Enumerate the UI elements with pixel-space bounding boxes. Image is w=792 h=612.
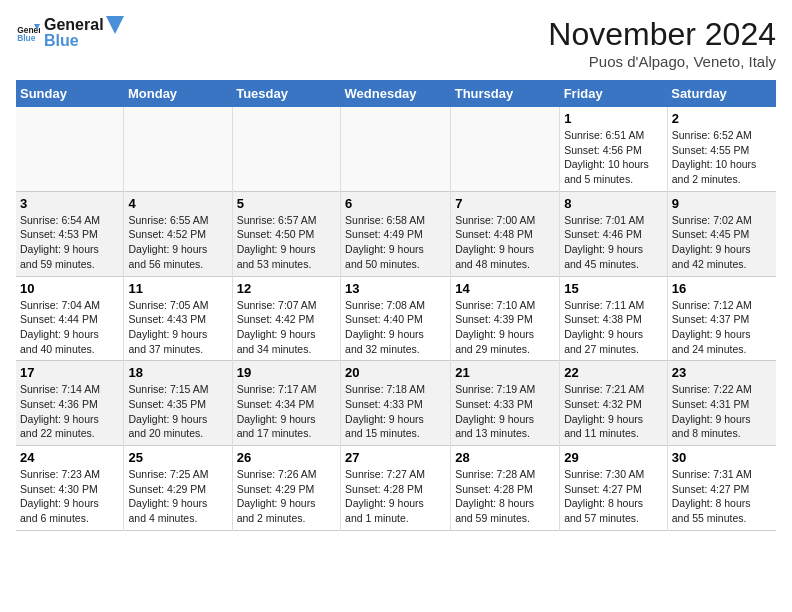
- day-info: Sunrise: 7:04 AM Sunset: 4:44 PM Dayligh…: [20, 298, 119, 357]
- calendar-cell: 22Sunrise: 7:21 AM Sunset: 4:32 PM Dayli…: [560, 361, 668, 446]
- day-number: 20: [345, 365, 446, 380]
- day-info: Sunrise: 7:21 AM Sunset: 4:32 PM Dayligh…: [564, 382, 663, 441]
- day-number: 11: [128, 281, 227, 296]
- calendar-cell: 13Sunrise: 7:08 AM Sunset: 4:40 PM Dayli…: [341, 276, 451, 361]
- calendar-cell: 28Sunrise: 7:28 AM Sunset: 4:28 PM Dayli…: [451, 446, 560, 531]
- calendar-cell: 10Sunrise: 7:04 AM Sunset: 4:44 PM Dayli…: [16, 276, 124, 361]
- calendar-cell: 19Sunrise: 7:17 AM Sunset: 4:34 PM Dayli…: [232, 361, 340, 446]
- day-number: 18: [128, 365, 227, 380]
- calendar-cell: 27Sunrise: 7:27 AM Sunset: 4:28 PM Dayli…: [341, 446, 451, 531]
- week-row-4: 17Sunrise: 7:14 AM Sunset: 4:36 PM Dayli…: [16, 361, 776, 446]
- calendar-cell: [341, 107, 451, 191]
- day-info: Sunrise: 7:00 AM Sunset: 4:48 PM Dayligh…: [455, 213, 555, 272]
- day-number: 8: [564, 196, 663, 211]
- day-number: 28: [455, 450, 555, 465]
- day-number: 14: [455, 281, 555, 296]
- calendar-cell: 1Sunrise: 6:51 AM Sunset: 4:56 PM Daylig…: [560, 107, 668, 191]
- day-number: 19: [237, 365, 336, 380]
- day-info: Sunrise: 7:10 AM Sunset: 4:39 PM Dayligh…: [455, 298, 555, 357]
- day-number: 29: [564, 450, 663, 465]
- calendar-table: SundayMondayTuesdayWednesdayThursdayFrid…: [16, 80, 776, 531]
- calendar-cell: 26Sunrise: 7:26 AM Sunset: 4:29 PM Dayli…: [232, 446, 340, 531]
- day-info: Sunrise: 7:01 AM Sunset: 4:46 PM Dayligh…: [564, 213, 663, 272]
- day-number: 6: [345, 196, 446, 211]
- calendar-cell: [124, 107, 232, 191]
- day-info: Sunrise: 7:23 AM Sunset: 4:30 PM Dayligh…: [20, 467, 119, 526]
- day-number: 16: [672, 281, 772, 296]
- logo-triangle-icon: [106, 16, 124, 34]
- day-info: Sunrise: 7:15 AM Sunset: 4:35 PM Dayligh…: [128, 382, 227, 441]
- day-info: Sunrise: 6:57 AM Sunset: 4:50 PM Dayligh…: [237, 213, 336, 272]
- calendar-cell: [16, 107, 124, 191]
- calendar-cell: 14Sunrise: 7:10 AM Sunset: 4:39 PM Dayli…: [451, 276, 560, 361]
- week-row-2: 3Sunrise: 6:54 AM Sunset: 4:53 PM Daylig…: [16, 191, 776, 276]
- week-row-3: 10Sunrise: 7:04 AM Sunset: 4:44 PM Dayli…: [16, 276, 776, 361]
- day-info: Sunrise: 6:58 AM Sunset: 4:49 PM Dayligh…: [345, 213, 446, 272]
- day-info: Sunrise: 6:55 AM Sunset: 4:52 PM Dayligh…: [128, 213, 227, 272]
- day-info: Sunrise: 7:07 AM Sunset: 4:42 PM Dayligh…: [237, 298, 336, 357]
- calendar-cell: 17Sunrise: 7:14 AM Sunset: 4:36 PM Dayli…: [16, 361, 124, 446]
- day-info: Sunrise: 7:14 AM Sunset: 4:36 PM Dayligh…: [20, 382, 119, 441]
- calendar-cell: 6Sunrise: 6:58 AM Sunset: 4:49 PM Daylig…: [341, 191, 451, 276]
- day-number: 2: [672, 111, 772, 126]
- calendar-cell: 23Sunrise: 7:22 AM Sunset: 4:31 PM Dayli…: [667, 361, 776, 446]
- day-info: Sunrise: 7:02 AM Sunset: 4:45 PM Dayligh…: [672, 213, 772, 272]
- calendar-cell: 9Sunrise: 7:02 AM Sunset: 4:45 PM Daylig…: [667, 191, 776, 276]
- day-info: Sunrise: 6:52 AM Sunset: 4:55 PM Dayligh…: [672, 128, 772, 187]
- svg-text:Blue: Blue: [17, 33, 36, 43]
- calendar-cell: [232, 107, 340, 191]
- day-number: 7: [455, 196, 555, 211]
- day-number: 27: [345, 450, 446, 465]
- calendar-cell: 24Sunrise: 7:23 AM Sunset: 4:30 PM Dayli…: [16, 446, 124, 531]
- weekday-header-friday: Friday: [560, 80, 668, 107]
- day-number: 17: [20, 365, 119, 380]
- day-number: 5: [237, 196, 336, 211]
- calendar-cell: 21Sunrise: 7:19 AM Sunset: 4:33 PM Dayli…: [451, 361, 560, 446]
- calendar-cell: 4Sunrise: 6:55 AM Sunset: 4:52 PM Daylig…: [124, 191, 232, 276]
- calendar-cell: 15Sunrise: 7:11 AM Sunset: 4:38 PM Dayli…: [560, 276, 668, 361]
- week-row-5: 24Sunrise: 7:23 AM Sunset: 4:30 PM Dayli…: [16, 446, 776, 531]
- weekday-header-monday: Monday: [124, 80, 232, 107]
- calendar-cell: 18Sunrise: 7:15 AM Sunset: 4:35 PM Dayli…: [124, 361, 232, 446]
- calendar-cell: 16Sunrise: 7:12 AM Sunset: 4:37 PM Dayli…: [667, 276, 776, 361]
- weekday-header-thursday: Thursday: [451, 80, 560, 107]
- weekday-header-sunday: Sunday: [16, 80, 124, 107]
- day-number: 30: [672, 450, 772, 465]
- day-info: Sunrise: 7:05 AM Sunset: 4:43 PM Dayligh…: [128, 298, 227, 357]
- calendar-cell: 20Sunrise: 7:18 AM Sunset: 4:33 PM Dayli…: [341, 361, 451, 446]
- logo-icon: General Blue: [16, 21, 40, 45]
- day-number: 25: [128, 450, 227, 465]
- day-info: Sunrise: 7:22 AM Sunset: 4:31 PM Dayligh…: [672, 382, 772, 441]
- day-number: 3: [20, 196, 119, 211]
- day-number: 1: [564, 111, 663, 126]
- day-number: 13: [345, 281, 446, 296]
- day-info: Sunrise: 7:11 AM Sunset: 4:38 PM Dayligh…: [564, 298, 663, 357]
- day-info: Sunrise: 7:30 AM Sunset: 4:27 PM Dayligh…: [564, 467, 663, 526]
- logo-blue: Blue: [44, 32, 124, 50]
- calendar-cell: 7Sunrise: 7:00 AM Sunset: 4:48 PM Daylig…: [451, 191, 560, 276]
- location: Puos d'Alpago, Veneto, Italy: [548, 53, 776, 70]
- day-number: 24: [20, 450, 119, 465]
- day-number: 26: [237, 450, 336, 465]
- calendar-cell: 8Sunrise: 7:01 AM Sunset: 4:46 PM Daylig…: [560, 191, 668, 276]
- day-info: Sunrise: 6:51 AM Sunset: 4:56 PM Dayligh…: [564, 128, 663, 187]
- weekday-header-saturday: Saturday: [667, 80, 776, 107]
- day-info: Sunrise: 7:12 AM Sunset: 4:37 PM Dayligh…: [672, 298, 772, 357]
- day-number: 22: [564, 365, 663, 380]
- day-info: Sunrise: 7:18 AM Sunset: 4:33 PM Dayligh…: [345, 382, 446, 441]
- calendar-cell: 3Sunrise: 6:54 AM Sunset: 4:53 PM Daylig…: [16, 191, 124, 276]
- day-info: Sunrise: 7:17 AM Sunset: 4:34 PM Dayligh…: [237, 382, 336, 441]
- day-number: 21: [455, 365, 555, 380]
- day-info: Sunrise: 7:25 AM Sunset: 4:29 PM Dayligh…: [128, 467, 227, 526]
- day-info: Sunrise: 7:19 AM Sunset: 4:33 PM Dayligh…: [455, 382, 555, 441]
- calendar-cell: 25Sunrise: 7:25 AM Sunset: 4:29 PM Dayli…: [124, 446, 232, 531]
- month-title: November 2024: [548, 16, 776, 53]
- weekday-header-wednesday: Wednesday: [341, 80, 451, 107]
- day-info: Sunrise: 7:08 AM Sunset: 4:40 PM Dayligh…: [345, 298, 446, 357]
- week-row-1: 1Sunrise: 6:51 AM Sunset: 4:56 PM Daylig…: [16, 107, 776, 191]
- day-number: 23: [672, 365, 772, 380]
- day-info: Sunrise: 7:28 AM Sunset: 4:28 PM Dayligh…: [455, 467, 555, 526]
- day-info: Sunrise: 7:27 AM Sunset: 4:28 PM Dayligh…: [345, 467, 446, 526]
- weekday-header-row: SundayMondayTuesdayWednesdayThursdayFrid…: [16, 80, 776, 107]
- weekday-header-tuesday: Tuesday: [232, 80, 340, 107]
